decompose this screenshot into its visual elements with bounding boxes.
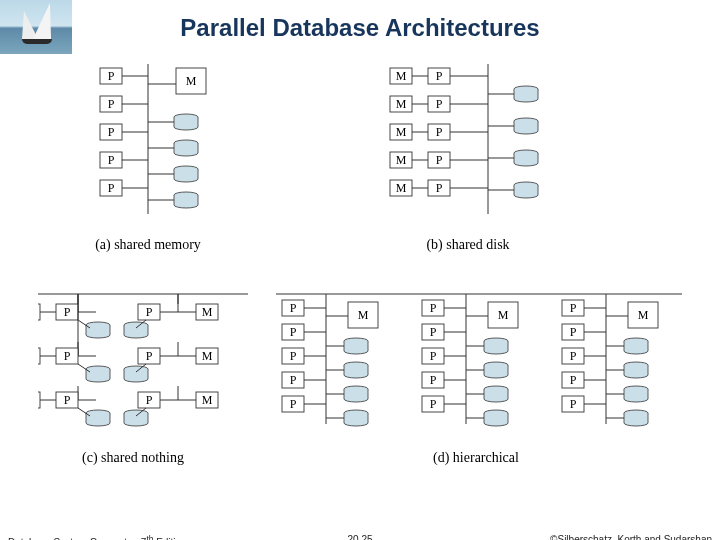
svg-text:P: P <box>146 349 153 363</box>
node: MP <box>390 96 488 112</box>
node: PM <box>124 342 218 382</box>
svg-text:P: P <box>290 373 297 387</box>
fig-shared-disk: MP MP MP MP MP (b) shared disk <box>390 64 538 253</box>
svg-text:P: P <box>64 305 71 319</box>
svg-text:P: P <box>430 397 437 411</box>
caption-d: (d) hierarchical <box>433 450 519 466</box>
svg-text:P: P <box>570 373 577 387</box>
processor: P <box>100 68 148 84</box>
svg-text:P: P <box>436 97 443 111</box>
svg-text:P: P <box>290 301 297 315</box>
svg-text:P: P <box>108 125 115 139</box>
svg-text:M: M <box>358 308 369 322</box>
cluster: P P P P P M <box>562 294 658 426</box>
caption-b: (b) shared disk <box>426 237 509 253</box>
svg-text:P: P <box>108 97 115 111</box>
processor-row: P P P P P <box>100 68 148 196</box>
svg-text:P: P <box>436 153 443 167</box>
svg-text:M: M <box>202 305 213 319</box>
processor: P <box>100 124 148 140</box>
svg-text:P: P <box>430 349 437 363</box>
p-label: P <box>108 69 115 83</box>
svg-text:P: P <box>570 301 577 315</box>
svg-text:P: P <box>436 181 443 195</box>
node-row: MP MP MP MP MP <box>390 68 488 196</box>
svg-text:M: M <box>638 308 649 322</box>
svg-text:M: M <box>396 153 407 167</box>
svg-text:M: M <box>202 393 213 407</box>
node: PM <box>124 294 218 338</box>
fig-hierarchical: P P P P P M P P P P P M P P <box>276 294 682 466</box>
svg-text:P: P <box>430 301 437 315</box>
node: MP <box>390 124 488 140</box>
svg-text:P: P <box>570 397 577 411</box>
svg-text:P: P <box>570 349 577 363</box>
disk-stack <box>148 114 198 208</box>
footer-right: ©Silberschatz, Korth and Sudarshan <box>550 534 712 540</box>
svg-text:P: P <box>108 181 115 195</box>
svg-text:P: P <box>64 393 71 407</box>
node: MP <box>38 386 110 426</box>
node: MP <box>390 152 488 168</box>
svg-text:M: M <box>396 69 407 83</box>
svg-text:P: P <box>146 305 153 319</box>
caption-c: (c) shared nothing <box>82 450 184 466</box>
svg-text:M: M <box>498 308 509 322</box>
node: PM <box>124 386 218 426</box>
svg-text:P: P <box>430 325 437 339</box>
caption-a: (a) shared memory <box>95 237 201 253</box>
processor: P <box>100 96 148 112</box>
svg-text:P: P <box>64 349 71 363</box>
node: MP <box>390 68 488 84</box>
svg-text:P: P <box>430 373 437 387</box>
cluster: P P P P P M <box>422 294 518 426</box>
svg-text:P: P <box>108 153 115 167</box>
svg-text:P: P <box>290 325 297 339</box>
svg-text:P: P <box>436 69 443 83</box>
svg-text:P: P <box>436 125 443 139</box>
m-label: M <box>186 74 197 88</box>
memory-module: M <box>148 68 206 94</box>
cluster: P P P P P M <box>282 294 378 426</box>
svg-text:M: M <box>396 181 407 195</box>
fig-shared-nothing: MP MP MP PM PM PM (c) shared nothing <box>38 294 248 466</box>
processor: P <box>100 180 148 196</box>
svg-text:M: M <box>202 349 213 363</box>
svg-text:M: M <box>396 97 407 111</box>
svg-text:P: P <box>146 393 153 407</box>
processor: P <box>100 152 148 168</box>
svg-text:P: P <box>290 349 297 363</box>
fig-shared-memory: P P P P P M (a) shared memory <box>95 64 206 253</box>
page-title: Parallel Database Architectures <box>0 14 720 42</box>
architecture-figures: P P P P P M (a) shared memory MP MP MP M… <box>38 64 682 504</box>
svg-text:P: P <box>290 397 297 411</box>
svg-text:P: P <box>570 325 577 339</box>
svg-text:M: M <box>396 125 407 139</box>
disk-stack <box>488 86 538 198</box>
node: MP <box>38 294 110 338</box>
node: MP <box>390 180 488 196</box>
